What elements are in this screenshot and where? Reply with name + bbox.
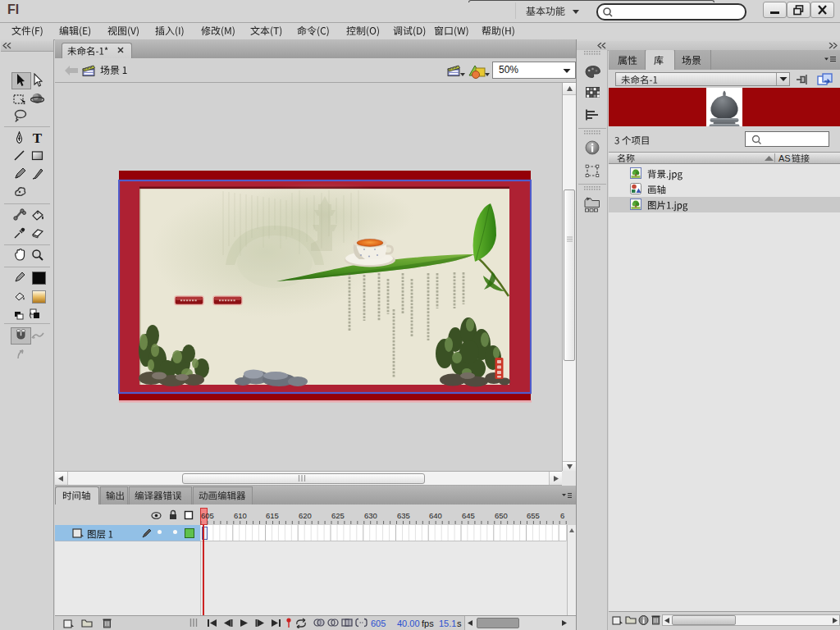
svg-text:T: T bbox=[33, 131, 43, 144]
